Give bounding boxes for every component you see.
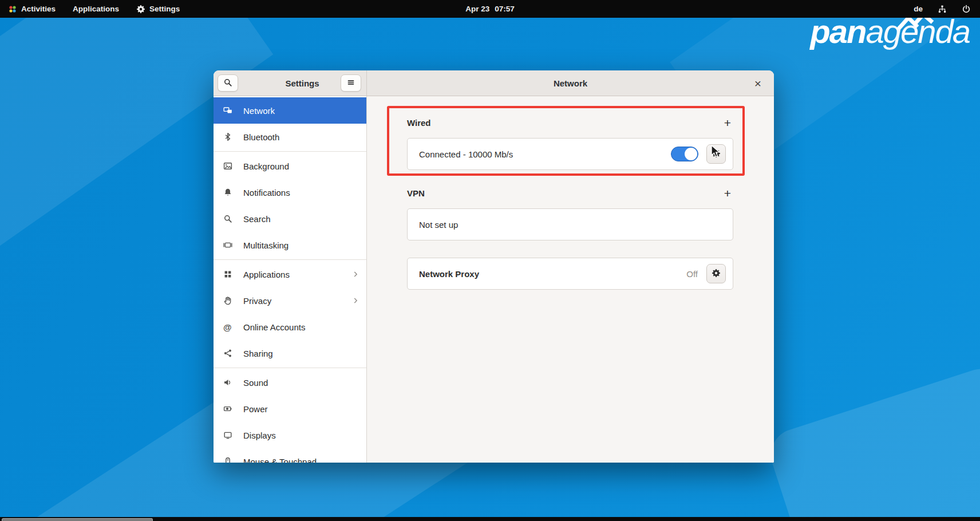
vpn-section-title: VPN <box>407 188 425 198</box>
network-icon <box>223 106 232 115</box>
applications-label: Applications <box>73 5 119 13</box>
apps-grid-icon <box>223 270 232 279</box>
network-status-icon[interactable] <box>938 5 947 14</box>
wired-toggle[interactable] <box>671 147 698 161</box>
settings-label: Settings <box>149 5 180 13</box>
sidebar-separator <box>214 259 366 260</box>
display-icon <box>223 431 232 440</box>
sidebar-item-label: Mouse & Touchpad <box>243 457 359 463</box>
vpn-card: Not set up <box>407 208 733 240</box>
sidebar-item-label: Bluetooth <box>243 132 359 142</box>
logo-text-bold: pan <box>810 13 866 50</box>
sidebar-separator <box>214 151 366 152</box>
share-icon <box>223 349 232 358</box>
sidebar-item-label: Multitasking <box>243 240 359 250</box>
sidebar-item-label: Sound <box>243 378 359 388</box>
vpn-section: VPN + Not set up <box>407 187 733 240</box>
wired-section-title: Wired <box>407 118 431 128</box>
sidebar-item-label: Displays <box>243 431 359 440</box>
taskbar-window-item[interactable] <box>2 518 153 521</box>
sidebar-header: Settings <box>214 70 367 96</box>
sidebar-item-label: Online Accounts <box>243 322 359 332</box>
sidebar-item-label: Background <box>243 161 359 171</box>
sidebar-item-sound[interactable]: Sound <box>214 369 366 396</box>
sidebar-item-label: Notifications <box>243 188 359 198</box>
sidebar-item-background[interactable]: Background <box>214 153 366 179</box>
sidebar-item-sharing[interactable]: Sharing <box>214 340 366 366</box>
settings-window: Settings Network × NetworkBluetoothBackg… <box>214 70 774 463</box>
sidebar-item-label: Privacy <box>243 296 351 306</box>
sidebar-item-notifications[interactable]: Notifications <box>214 179 366 206</box>
activities-label: Activities <box>21 5 56 13</box>
search-icon <box>223 78 232 89</box>
keyboard-layout-indicator[interactable]: de <box>914 5 923 13</box>
gear-icon <box>712 149 721 160</box>
wired-card: Connected - 10000 Mb/s <box>407 138 733 170</box>
window-header: Settings Network × <box>214 70 774 96</box>
speaker-icon <box>223 378 232 387</box>
at-icon: @ <box>223 322 232 331</box>
distro-logo-icon <box>8 5 17 14</box>
hand-icon <box>223 296 232 305</box>
sidebar-item-bluetooth[interactable]: Bluetooth <box>214 124 366 150</box>
wallpaper-shape <box>764 362 980 521</box>
logo-text-light: agenda <box>866 13 970 50</box>
sidebar-item-applications[interactable]: Applications <box>214 261 366 287</box>
vpn-status-text: Not set up <box>419 220 726 230</box>
mouse-icon <box>223 457 232 463</box>
sidebar-item-label: Search <box>243 214 359 224</box>
sidebar-item-label: Network <box>243 106 359 116</box>
vpn-status-row: Not set up <box>408 209 733 240</box>
network-proxy-state: Off <box>686 269 698 279</box>
network-proxy-card: Network Proxy Off <box>407 258 733 290</box>
sidebar-item-displays[interactable]: Displays <box>214 422 366 448</box>
desktop-screen: panagenda Activities Applications Settin… <box>0 0 980 521</box>
sidebar-item-online-accounts[interactable]: @Online Accounts <box>214 314 366 340</box>
close-button[interactable]: × <box>751 77 765 90</box>
settings-menu[interactable]: Settings <box>136 5 180 14</box>
clock-time: 07:57 <box>495 5 515 13</box>
clock[interactable]: Apr 23 07:57 <box>465 5 515 13</box>
wired-connection-row[interactable]: Connected - 10000 Mb/s <box>408 139 733 169</box>
panagenda-logo: panagenda <box>810 15 970 48</box>
wired-status-text: Connected - 10000 Mb/s <box>419 149 671 159</box>
activities-menu[interactable]: Activities <box>8 5 56 14</box>
bluetooth-icon <box>223 132 232 141</box>
hamburger-icon <box>346 78 355 89</box>
add-wired-connection-button[interactable]: + <box>722 117 733 129</box>
main-header: Network × <box>367 70 774 96</box>
sidebar-item-label: Sharing <box>243 349 359 358</box>
multitasking-icon <box>223 240 232 250</box>
primary-menu-button[interactable] <box>341 74 361 92</box>
background-icon <box>223 161 232 171</box>
network-proxy-section: Network Proxy Off <box>407 258 733 290</box>
sidebar-item-power[interactable]: Power <box>214 396 366 422</box>
sidebar-item-mouse-touchpad[interactable]: Mouse & Touchpad <box>214 448 366 463</box>
sidebar-item-label: Applications <box>243 270 351 279</box>
wired-settings-button[interactable] <box>706 144 726 164</box>
network-proxy-row[interactable]: Network Proxy Off <box>408 258 733 289</box>
sidebar-item-multitasking[interactable]: Multitasking <box>214 232 366 258</box>
bottom-panel <box>0 517 980 521</box>
sidebar-item-search[interactable]: Search <box>214 206 366 232</box>
sidebar-item-privacy[interactable]: Privacy <box>214 287 366 314</box>
network-proxy-settings-button[interactable] <box>706 264 726 283</box>
sidebar-item-network[interactable]: Network <box>214 97 366 124</box>
toggle-knob <box>685 148 697 160</box>
settings-sidebar: NetworkBluetoothBackgroundNotificationsS… <box>214 96 367 463</box>
network-proxy-title: Network Proxy <box>419 269 686 279</box>
wired-section: Wired + Connected - 10000 Mb/s <box>407 117 733 170</box>
battery-icon <box>223 404 232 413</box>
add-vpn-button[interactable]: + <box>722 187 733 199</box>
gnome-top-bar: Activities Applications Settings Apr 23 … <box>0 0 980 18</box>
gear-icon <box>136 5 145 14</box>
search-button[interactable] <box>218 74 238 92</box>
power-icon[interactable] <box>962 5 971 14</box>
search-icon <box>223 214 232 223</box>
chevron-right-icon <box>351 270 359 278</box>
sidebar-item-label: Power <box>243 404 359 414</box>
bell-icon <box>223 188 232 197</box>
gear-icon <box>712 269 721 279</box>
applications-menu[interactable]: Applications <box>73 5 119 13</box>
panel-title: Network <box>554 78 587 88</box>
